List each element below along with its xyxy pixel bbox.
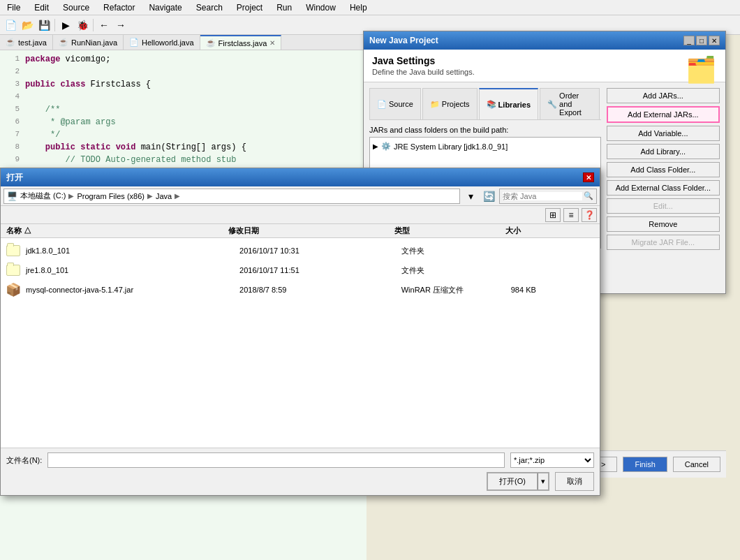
open-btn-group: 打开(O) ▾: [487, 472, 549, 491]
dialog-header: 🗂️ Java Settings Define the Java build s…: [364, 50, 725, 82]
tab-bar: ☕ test.java ☕ RunNian.java 📄 Helloworld.…: [0, 35, 367, 50]
menu-help[interactable]: Help: [346, 2, 371, 13]
add-external-jars-btn[interactable]: Add External JARs...: [607, 106, 720, 123]
finish-btn[interactable]: Finish: [623, 457, 667, 472]
menu-file[interactable]: File: [3, 2, 24, 13]
add-jars-btn[interactable]: Add JARs...: [607, 88, 720, 103]
breadcrumb-java[interactable]: Java: [156, 192, 172, 200]
toolbar-new[interactable]: 📄: [3, 17, 18, 33]
tab-libraries[interactable]: 📚 Libraries: [479, 88, 538, 119]
add-class-folder-btn[interactable]: Add Class Folder...: [607, 162, 720, 177]
migrate-jar-btn[interactable]: Migrate JAR File...: [607, 235, 720, 250]
add-variable-btn[interactable]: Add Variable...: [607, 126, 720, 141]
file-dialog-close[interactable]: ✕: [583, 172, 594, 182]
menu-edit[interactable]: Edit: [30, 2, 53, 13]
tab-test-java[interactable]: ☕ test.java: [0, 35, 53, 50]
col-header-size[interactable]: 大小: [505, 226, 594, 236]
add-ext-class-folder-btn[interactable]: Add External Class Folder...: [607, 180, 720, 196]
filename-input[interactable]: [47, 452, 505, 468]
jdk-filename: jdk1.8.0_101: [26, 246, 234, 255]
breadcrumb-program-files[interactable]: Program Files (x86): [77, 192, 145, 200]
jre-type: 文件夹: [401, 265, 505, 276]
jre-date: 2016/10/17 11:51: [239, 266, 396, 274]
mysql-jar-type: WinRAR 压缩文件: [401, 285, 505, 295]
toolbar-back[interactable]: ←: [96, 17, 112, 33]
file-toolbar: 🖥️ 本地磁盘 (C:) ▶ Program Files (x86) ▶ Jav…: [1, 186, 600, 206]
dialog-close[interactable]: ✕: [709, 36, 720, 45]
menu-refactor[interactable]: Refactor: [99, 2, 139, 13]
breadcrumb-c-drive[interactable]: 本地磁盘 (C:): [20, 191, 66, 201]
col-name-label: 名称: [6, 226, 22, 235]
dialog-header-desc: Define the Java build settings.: [372, 68, 717, 76]
jdk-type: 文件夹: [401, 246, 505, 256]
search-box: 🔍: [499, 189, 597, 204]
code-line-1: 1package vicomigo;: [3, 53, 364, 66]
breadcrumb-dropdown[interactable]: ▾: [463, 189, 478, 204]
libraries-icon: 📚: [487, 100, 496, 109]
code-line-4: 4: [3, 91, 364, 103]
edit-btn[interactable]: Edit...: [607, 198, 720, 214]
search-input[interactable]: [503, 192, 582, 200]
tree-arrow[interactable]: ▶: [373, 142, 378, 150]
jre-label: JRE System Library [jdk1.8.0_91]: [394, 142, 508, 151]
tab-source[interactable]: 📄 Source: [369, 88, 421, 119]
file-dialog-title-text: 打开: [6, 172, 23, 184]
tree-jre[interactable]: ▶ ⚙️ JRE System Library [jdk1.8.0_91]: [373, 140, 598, 152]
tab-firstclass-close[interactable]: ✕: [269, 39, 275, 47]
remove-btn[interactable]: Remove: [607, 216, 720, 232]
add-library-btn[interactable]: Add Library...: [607, 144, 720, 159]
col-header-type[interactable]: 类型: [394, 226, 505, 236]
file-dialog-footer: 文件名(N): *.jar;*.zip 打开(O) ▾ 取消: [1, 448, 600, 495]
toolbar-debug[interactable]: 🐞: [75, 17, 90, 33]
mysql-jar-date: 2018/8/7 8:59: [239, 286, 396, 294]
toolbar-save[interactable]: 💾: [36, 17, 52, 33]
menu-run[interactable]: Run: [272, 2, 296, 13]
dialog-maximize[interactable]: □: [696, 36, 707, 45]
dialog-tabs: 📄 Source 📁 Projects 📚 Libraries 🔧: [369, 88, 601, 120]
view-list-btn[interactable]: ⊞: [545, 208, 561, 222]
col-header-name[interactable]: 名称 △: [6, 226, 228, 236]
cancel-dialog-btn[interactable]: Cancel: [673, 457, 720, 472]
filetype-select[interactable]: *.jar;*.zip: [510, 452, 594, 468]
tab-firstclass-java[interactable]: ☕ Firstclass.java ✕: [200, 35, 282, 50]
tab-helloworld-icon: 📄: [129, 38, 139, 47]
code-line-5: 5 /**: [3, 103, 364, 116]
dialog-title-text: New Java Project: [369, 36, 438, 45]
code-line-8: 8 public static void main(String[] args)…: [3, 141, 364, 154]
jre-filename: jre1.8.0_101: [26, 266, 234, 274]
file-row-mysql-jar[interactable]: 📦 mysql-connector-java-5.1.47.jar 2018/8…: [1, 280, 600, 300]
menu-search[interactable]: Search: [192, 2, 227, 13]
menu-window[interactable]: Window: [302, 2, 340, 13]
projects-label: Projects: [442, 100, 470, 108]
cancel-file-btn[interactable]: 取消: [555, 472, 594, 491]
col-header-date[interactable]: 修改日期: [228, 226, 394, 236]
view-details-btn[interactable]: ≡: [563, 208, 579, 222]
sort-arrow: △: [24, 226, 31, 235]
menu-source[interactable]: Source: [59, 2, 94, 13]
menu-navigate[interactable]: Navigate: [145, 2, 186, 13]
tab-runnian-java[interactable]: ☕ RunNian.java: [53, 35, 124, 50]
breadcrumb: 🖥️ 本地磁盘 (C:) ▶ Program Files (x86) ▶ Jav…: [3, 189, 460, 204]
toolbar-open[interactable]: 📂: [20, 17, 35, 33]
toolbar-fwd[interactable]: →: [113, 17, 128, 33]
toolbar-run[interactable]: ▶: [58, 17, 73, 33]
code-line-2: 2: [3, 66, 364, 78]
file-row-jdk[interactable]: jdk1.8.0_101 2016/10/17 10:31 文件夹: [1, 241, 600, 260]
tab-helloworld-java[interactable]: 📄 Helloworld.java: [124, 35, 200, 50]
libraries-label: Libraries: [498, 101, 531, 109]
help-btn[interactable]: ❓: [582, 208, 597, 222]
menu-project[interactable]: Project: [232, 2, 267, 13]
code-line-7: 7 */: [3, 128, 364, 141]
open-dropdown-btn[interactable]: ▾: [538, 473, 549, 490]
tab-helloworld-label: Helloworld.java: [142, 38, 194, 47]
file-row-jre[interactable]: jre1.8.0_101 2016/10/17 11:51 文件夹: [1, 260, 600, 280]
refresh-btn[interactable]: 🔄: [481, 189, 496, 204]
dialog-minimize[interactable]: _: [683, 36, 695, 45]
mysql-jar-filename: mysql-connector-java-5.1.47.jar: [26, 286, 234, 294]
mysql-jar-size: 984 KB: [511, 286, 594, 294]
code-line-9: 9 // TODO Auto-generated method stub: [3, 154, 364, 166]
open-btn[interactable]: 打开(O): [487, 473, 538, 490]
code-line-6: 6 * @param args: [3, 116, 364, 128]
tab-order-export[interactable]: 🔧 Order and Export: [540, 88, 600, 119]
tab-projects[interactable]: 📁 Projects: [422, 88, 478, 119]
